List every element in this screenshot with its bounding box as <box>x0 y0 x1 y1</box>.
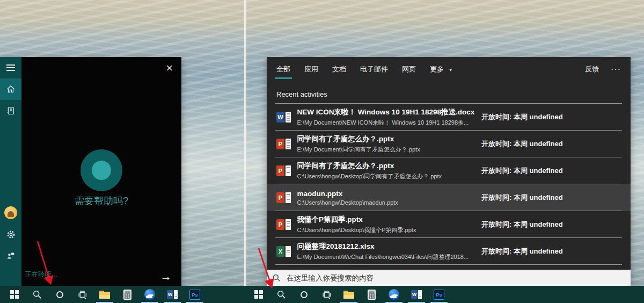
tabs-right-group: 反馈 ··· <box>585 64 621 74</box>
cortana-prompt-text: 需要帮助吗? <box>21 194 181 207</box>
file-title: 同学间有了矛盾怎么办？.pptx <box>297 161 475 171</box>
windows-logo-icon <box>10 290 19 299</box>
feedback-button[interactable] <box>0 245 21 266</box>
taskbar-right-half: W Ps <box>247 286 450 303</box>
file-path: C:\Users\hongw\Desktop\我懂个P第四季.pptx <box>297 226 475 234</box>
taskbar-left-half: W Ps <box>3 286 206 303</box>
quark-browser-button[interactable] <box>386 286 401 303</box>
file-path: C:\Users\hongw\Desktop\同学间有了矛盾怎么办？.pptx <box>297 172 475 181</box>
tab-documents[interactable]: 文档 <box>332 64 346 74</box>
calculator-icon <box>368 290 376 300</box>
sidebar-item-home[interactable] <box>0 78 21 100</box>
notebook-icon <box>6 106 15 115</box>
taskbar-search-button[interactable] <box>274 286 289 303</box>
app-letter: W <box>276 112 284 122</box>
document-page-icon <box>286 139 291 149</box>
word-button[interactable]: W <box>409 286 424 303</box>
file-explorer-button[interactable] <box>97 286 112 303</box>
close-button[interactable]: × <box>164 61 175 75</box>
file-open-time: 开放时间: 本周 undefined <box>481 166 621 176</box>
file-info: 问题整理20181212.xlsx E:\My Document\WeChat … <box>297 242 475 261</box>
tab-more[interactable]: 更多 ▼ <box>430 64 453 74</box>
file-title: 同学间有了矛盾怎么办？.pptx <box>297 134 475 144</box>
app-letter: P <box>276 192 284 203</box>
sidebar-spacer <box>0 121 21 202</box>
settings-button[interactable] <box>0 223 21 245</box>
task-view-icon <box>322 290 331 299</box>
cortana-sidebar <box>0 57 21 286</box>
user-avatar-button[interactable] <box>0 202 21 223</box>
file-path: E:\My Document\WeChat Files\hongwei034\F… <box>297 253 475 261</box>
file-open-time: 开放时间: 本周 undefined <box>481 220 621 229</box>
tab-more-label: 更多 <box>430 65 444 73</box>
feedback-link[interactable]: 反馈 <box>585 64 599 74</box>
start-button[interactable] <box>251 286 266 303</box>
recent-file-row-3[interactable]: P 同学间有了矛盾怎么办？.pptx C:\Users\hongw\Deskto… <box>267 157 631 184</box>
document-page-icon <box>286 165 291 176</box>
submit-arrow-button[interactable]: → <box>157 270 175 284</box>
photoshop-icon: Ps <box>189 290 200 300</box>
file-explorer-button[interactable] <box>341 286 356 303</box>
overflow-menu-icon[interactable]: ··· <box>611 65 621 74</box>
search-icon <box>273 274 281 282</box>
windows-logo-icon <box>254 290 263 299</box>
chevron-down-icon: ▼ <box>449 68 453 73</box>
search-window: 全部 应用 文档 电子邮件 网页 更多 ▼ 反馈 ··· Recent acti… <box>267 57 631 286</box>
calculator-button[interactable] <box>364 286 379 303</box>
file-title: NEW ICON来啦！ Windows 10 19H1 18298推送.docx <box>297 107 475 117</box>
file-info: maodun.pptx C:\Users\hongw\Desktop\maodu… <box>297 190 475 206</box>
hamburger-menu-button[interactable] <box>0 57 21 78</box>
file-open-time: 开放时间: 本周 undefined <box>481 193 621 203</box>
photoshop-icon: Ps <box>434 290 444 300</box>
feedback-person-icon <box>6 251 15 260</box>
calculator-button[interactable] <box>120 286 135 303</box>
tab-apps[interactable]: 应用 <box>304 64 318 74</box>
tab-web[interactable]: 网页 <box>402 64 416 74</box>
recent-file-row-2[interactable]: P 同学间有了矛盾怎么办？.pptx E:\My Document\同学间有了矛… <box>267 131 631 157</box>
word-button[interactable]: W <box>165 286 180 303</box>
cortana-circle-icon <box>56 291 63 298</box>
tab-all[interactable]: 全部 <box>276 64 290 74</box>
sidebar-item-notebook[interactable] <box>0 100 21 121</box>
recent-file-row-1[interactable]: W NEW ICON来啦！ Windows 10 19H1 18298推送.do… <box>267 104 631 131</box>
tab-email[interactable]: 电子邮件 <box>360 64 388 74</box>
quark-browser-button[interactable] <box>142 286 157 303</box>
taskbar: W Ps <box>0 286 644 303</box>
taskbar-cortana-button[interactable] <box>52 286 67 303</box>
recent-file-row-6[interactable]: X 问题整理20181212.xlsx E:\My Document\WeCha… <box>267 238 631 265</box>
gear-icon <box>6 230 16 239</box>
photoshop-button[interactable]: Ps <box>431 286 447 303</box>
document-page-icon <box>286 192 291 203</box>
file-open-time: 开放时间: 本周 undefined <box>481 247 621 256</box>
sidebar-bottom-group <box>0 202 21 266</box>
task-view-button[interactable] <box>319 286 334 303</box>
search-icon <box>277 290 286 299</box>
file-title: maodun.pptx <box>297 190 475 198</box>
search-input-bar <box>267 270 631 286</box>
taskbar-cortana-button[interactable] <box>296 286 311 303</box>
cortana-window: × 需要帮助吗? 正在聆听... → <box>0 57 181 286</box>
quark-browser-icon <box>389 289 399 300</box>
recent-file-row-5[interactable]: P 我懂个P第四季.pptx C:\Users\hongw\Desktop\我懂… <box>267 211 631 238</box>
search-input[interactable] <box>286 273 625 283</box>
app-letter: P <box>276 165 284 176</box>
cortana-listening-circle <box>80 149 122 191</box>
powerpoint-file-icon: P <box>276 192 291 203</box>
app-letter: P <box>276 139 284 149</box>
photoshop-button[interactable]: Ps <box>187 286 202 303</box>
avatar <box>4 206 17 219</box>
file-title: 我懂个P第四季.pptx <box>297 215 475 225</box>
powerpoint-file-icon: P <box>276 219 291 230</box>
app-letter: X <box>276 246 284 257</box>
recent-file-row-4[interactable]: P maodun.pptx C:\Users\hongw\Desktop\mao… <box>267 184 631 211</box>
start-button[interactable] <box>7 286 22 303</box>
task-view-button[interactable] <box>75 286 90 303</box>
file-info: 同学间有了矛盾怎么办？.pptx C:\Users\hongw\Desktop\… <box>297 161 475 181</box>
listening-status-text: 正在聆听... <box>25 270 57 279</box>
app-letter: P <box>276 219 284 230</box>
search-icon <box>33 290 42 299</box>
folder-icon <box>343 291 354 299</box>
file-info: 同学间有了矛盾怎么办？.pptx E:\My Document\同学间有了矛盾怎… <box>297 134 475 154</box>
word-file-icon: W <box>276 112 291 122</box>
taskbar-search-button[interactable] <box>30 286 45 303</box>
